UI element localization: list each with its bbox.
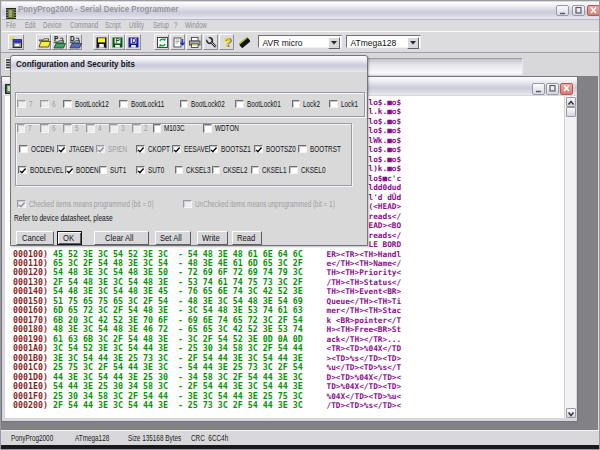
device-family-combo[interactable]: AVR micro — [258, 35, 342, 48]
fuse-checkbox-bootsz1[interactable] — [209, 145, 218, 154]
chip-icon — [237, 35, 252, 50]
help-button[interactable]: ?? — [219, 34, 235, 50]
button-label: Cancel — [22, 232, 46, 244]
fuse-checkbox-wdton[interactable] — [203, 124, 212, 133]
fuse-checkbox-bootlock12[interactable] — [63, 100, 72, 109]
fuse-checkbox-lock2[interactable] — [292, 100, 301, 109]
read-device-button[interactable] — [170, 34, 186, 50]
ok-button[interactable]: OK — [57, 231, 82, 245]
button-label: Set All — [160, 232, 182, 244]
hex-line: 000200)2F 54 44 3E 3C 54 44 3E - 25 73 3… — [5, 401, 564, 411]
window-bottom-edge — [1, 445, 600, 450]
svg-text:D: D — [132, 37, 137, 44]
fuse-checkbox-jtagen[interactable] — [57, 145, 66, 154]
scroll-down-button[interactable] — [566, 408, 576, 418]
menu-edit[interactable]: Edit — [25, 20, 36, 30]
fuse-checkbox-5 — [63, 124, 72, 133]
fuse-checkbox-bootlock11[interactable] — [119, 100, 128, 109]
write-button[interactable]: Write — [197, 231, 228, 245]
fuse-checkbox-bodlevel[interactable] — [18, 166, 27, 175]
menu-device[interactable]: Device — [43, 20, 62, 30]
fuse-label: SPIEN — [108, 144, 127, 154]
scroll-up-button[interactable] — [566, 97, 576, 107]
fuse-checkbox-cksel0[interactable] — [289, 166, 298, 175]
vertical-scrollbar[interactable] — [564, 96, 576, 418]
set-all-button[interactable]: Set All — [155, 231, 191, 245]
toolbar: AVR micro ATmega128 PDPD?? — [2, 31, 599, 53]
open-program-file-button[interactable]: P — [51, 34, 67, 50]
clear-all-button[interactable]: Clear All — [94, 231, 149, 245]
help-icon: ?? — [221, 36, 234, 49]
fuse-checkbox-bootlock02[interactable] — [180, 100, 189, 109]
combo-arrow-button[interactable] — [407, 37, 419, 49]
cancel-button[interactable]: Cancel — [16, 231, 54, 245]
fuse-checkbox-bootsz0[interactable] — [254, 145, 263, 154]
fuse-checkbox-sut1[interactable] — [99, 166, 108, 175]
status-item: ATmega128 — [75, 433, 109, 443]
fuse-label: BootLock01 — [247, 99, 281, 109]
fuse-checkbox-lock1[interactable] — [329, 100, 338, 109]
scroll-thumb[interactable] — [566, 107, 576, 117]
fuse-label: Lock2 — [303, 99, 320, 109]
open-file-button[interactable] — [36, 34, 52, 50]
setup-button[interactable] — [203, 34, 219, 50]
save-file-button[interactable] — [93, 34, 109, 50]
minimize-icon — [557, 6, 568, 15]
status-item: Size 135168 Bytes — [128, 433, 181, 443]
fuse-checkbox-sut0[interactable] — [136, 166, 145, 175]
combo-arrow-icon — [330, 40, 338, 46]
menu-script[interactable]: Script — [105, 20, 121, 30]
minimize-button[interactable] — [556, 5, 569, 17]
chip-button[interactable] — [236, 34, 252, 50]
combo-arrow-button[interactable] — [328, 37, 340, 49]
device-family-value: AVR micro — [263, 38, 303, 48]
hex-address: 000200) — [13, 401, 48, 411]
button-label: OK — [63, 232, 74, 244]
menu-file[interactable]: File — [6, 20, 16, 30]
fuse-checkbox-cksel1[interactable] — [251, 166, 260, 175]
fuse-checkbox-bootrst[interactable] — [298, 145, 307, 154]
menu-utility[interactable]: Utility — [129, 20, 144, 30]
fuse-checkbox-ocden[interactable] — [19, 145, 28, 154]
menu-setup[interactable]: Setup — [153, 20, 169, 30]
fuse-checkbox-ckopt[interactable] — [136, 145, 145, 154]
fuse-label: M103C — [164, 123, 185, 133]
save-program-file-button[interactable]: P — [109, 34, 125, 50]
chevron-down-icon — [567, 410, 575, 418]
fuse-checkbox-bootlock01[interactable] — [235, 100, 244, 109]
minimize-icon — [533, 84, 544, 93]
new-window-button[interactable] — [8, 34, 24, 50]
close-icon — [561, 84, 572, 93]
hex-close-button[interactable] — [560, 83, 573, 95]
hex-maximize-button[interactable] — [546, 83, 559, 95]
open-data-file-button[interactable]: D — [67, 34, 83, 50]
fuse-label: Lock1 — [341, 99, 358, 109]
fuse-checkbox-cksel3[interactable] — [175, 166, 184, 175]
hex-minimize-button[interactable] — [532, 83, 545, 95]
menu-command[interactable]: Command — [70, 20, 98, 30]
hex-ascii: %u</TD><TD>%s</T — [327, 363, 402, 373]
read-button[interactable]: Read — [232, 231, 262, 245]
hex-bytes: 2F 54 44 3E 3C 54 44 3E - 25 73 3C 2F 54… — [53, 401, 303, 411]
maximize-button[interactable] — [572, 5, 585, 17]
fuse-label: BootLock11 — [131, 99, 164, 109]
menu-help[interactable]: ? — [174, 20, 177, 30]
print-button[interactable] — [186, 34, 202, 50]
fuse-checkbox-eesave[interactable] — [172, 145, 181, 154]
fuse-checkbox-m103c[interactable] — [153, 124, 162, 133]
fuse-label: BOOTRST — [310, 144, 341, 154]
device-type-combo[interactable]: ATmega128 — [346, 35, 421, 48]
save-data-file-button[interactable]: D — [125, 34, 141, 50]
fuse-label: SUT1 — [110, 165, 126, 175]
fuse-label: 4 — [98, 123, 102, 133]
fuse-label: CKSEL0 — [301, 165, 325, 175]
fuse-checkbox-boden[interactable] — [65, 166, 74, 175]
config-security-dialog: Configuration and Security bits Refer to… — [10, 55, 368, 246]
close-button[interactable] — [587, 5, 600, 17]
menu-window[interactable]: Window — [185, 20, 207, 30]
fuse-checkbox-4 — [86, 124, 95, 133]
hex-ascii: /TD><TD>%s</TD>< — [327, 401, 402, 411]
reload-button[interactable] — [154, 34, 170, 50]
fuse-label: BODLEVEL — [30, 165, 64, 175]
fuse-checkbox-cksel2[interactable] — [212, 166, 221, 175]
